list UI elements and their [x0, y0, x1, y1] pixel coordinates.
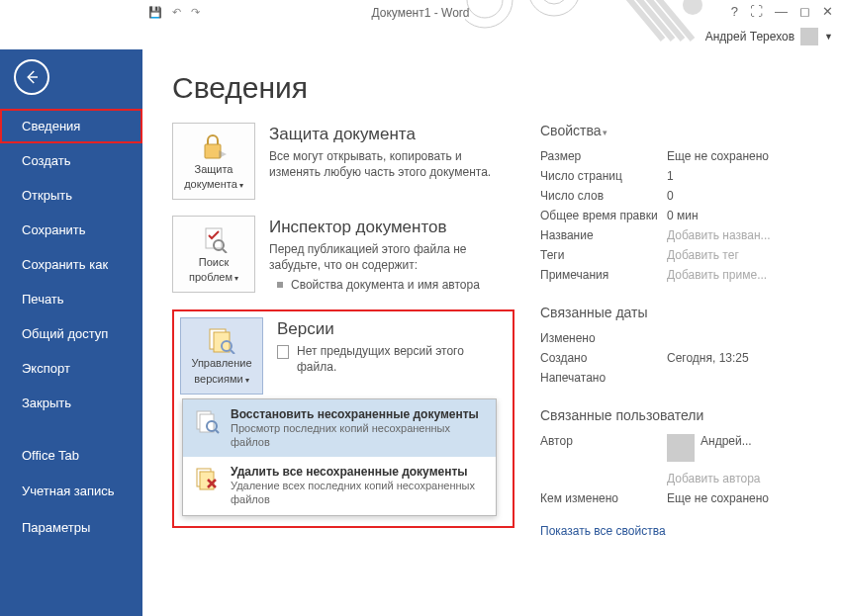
protect-heading: Защита документа — [269, 125, 514, 144]
sidebar-item-3[interactable]: Сохранить — [0, 213, 142, 247]
back-arrow-icon — [23, 68, 41, 86]
restore-doc-icon — [193, 407, 221, 435]
user-name: Андрей Терехов — [705, 30, 794, 44]
qa-redo-icon[interactable]: ↷ — [191, 6, 200, 19]
chevron-down-icon: ▾ — [239, 181, 243, 190]
prop-title-label: Название — [540, 228, 667, 242]
prop-edittime-value: 0 мин — [667, 209, 699, 222]
sidebar-item-1[interactable]: Создать — [0, 143, 142, 178]
svg-point-0 — [465, 0, 513, 28]
decorative-pattern — [465, 0, 722, 49]
prop-modified-label: Изменено — [540, 331, 667, 345]
prop-notes-value[interactable]: Добавить приме... — [667, 268, 767, 282]
show-all-properties-link[interactable]: Показать все свойства — [540, 524, 797, 538]
help-icon[interactable]: ? — [731, 4, 738, 19]
sidebar-item-4[interactable]: Сохранить как — [0, 247, 142, 282]
user-account[interactable]: Андрей Терехов ▼ — [705, 28, 833, 45]
svg-point-4 — [683, 0, 702, 15]
versions-text: Нет предыдущих версий этого файла. — [277, 343, 507, 375]
prop-created-value: Сегодня, 13:25 — [667, 351, 749, 365]
sidebar-bottom-item-2[interactable]: Параметры — [0, 510, 142, 546]
sidebar-bottom-item-1[interactable]: Учетная запись — [0, 474, 142, 509]
inspect-icon — [197, 224, 231, 254]
inspect-text: Перед публикацией этого файла не забудьт… — [269, 241, 514, 294]
prop-notes-label: Примечания — [540, 268, 667, 282]
properties-dropdown[interactable]: Свойства▾ — [540, 123, 797, 138]
prop-title-value[interactable]: Добавить назван... — [667, 228, 771, 242]
avatar — [667, 434, 695, 462]
section-inspect: Поиск проблем▾ Инспектор документов Пере… — [172, 216, 514, 294]
sidebar-item-8[interactable]: Закрыть — [0, 386, 142, 420]
prop-modby-value: Еще не сохранено — [667, 491, 769, 505]
prop-pages-value: 1 — [667, 169, 674, 183]
prop-modby-label: Кем изменено — [540, 491, 667, 505]
protect-text: Все могут открывать, копировать и изменя… — [269, 148, 514, 180]
svg-point-2 — [528, 0, 580, 16]
bullet-icon — [277, 282, 283, 288]
related-dates-heading: Связанные даты — [540, 305, 797, 320]
chevron-down-icon: ▾ — [234, 274, 238, 283]
svg-point-1 — [467, 0, 503, 18]
maximize-icon[interactable]: ◻ — [799, 4, 810, 19]
prop-created-label: Создано — [540, 351, 667, 365]
section-protect: Защита документа▾ Защита документа Все м… — [172, 123, 514, 200]
qa-undo-icon[interactable]: ↶ — [172, 6, 181, 19]
inspect-heading: Инспектор документов — [269, 218, 514, 237]
document-icon — [277, 345, 289, 359]
prop-tags-value[interactable]: Добавить тег — [667, 248, 739, 262]
sidebar-item-6[interactable]: Общий доступ — [0, 316, 142, 351]
window-title: Документ1 - Word — [371, 6, 469, 20]
minimize-icon[interactable]: — — [775, 4, 788, 19]
author-entry[interactable]: Андрей... — [667, 434, 761, 462]
versions-icon — [205, 325, 238, 355]
prop-tags-label: Теги — [540, 248, 667, 262]
chevron-down-icon: ▾ — [245, 376, 249, 385]
svg-rect-5 — [205, 144, 221, 158]
prop-size-value: Еще не сохранено — [667, 149, 769, 163]
fullscreen-icon[interactable]: ⛶ — [750, 4, 763, 19]
chevron-down-icon: ▾ — [603, 128, 607, 137]
prop-words-label: Число слов — [540, 189, 667, 203]
svg-point-3 — [540, 0, 568, 4]
restore-unsaved-item[interactable]: Восстановить несохраненные документы Про… — [183, 399, 496, 458]
prop-words-value: 0 — [667, 189, 674, 203]
prop-printed-label: Напечатано — [540, 371, 667, 385]
manage-versions-button[interactable]: Управление версиями▾ — [180, 317, 263, 395]
sidebar-item-5[interactable]: Печать — [0, 282, 142, 316]
check-issues-button[interactable]: Поиск проблем▾ — [172, 216, 255, 293]
sidebar-item-0[interactable]: Сведения — [0, 109, 142, 143]
protect-document-button[interactable]: Защита документа▾ — [172, 123, 255, 200]
sidebar-item-7[interactable]: Экспорт — [0, 351, 142, 386]
prop-edittime-label: Общее время правки — [540, 209, 667, 222]
sidebar-bottom-item-0[interactable]: Office Tab — [0, 438, 142, 474]
section-versions-highlight: Управление версиями▾ Версии Нет предыдущ… — [172, 309, 514, 528]
delete-doc-icon — [193, 465, 221, 492]
versions-heading: Версии — [277, 319, 507, 339]
qa-save-icon[interactable]: 💾 — [148, 6, 162, 19]
lock-icon — [197, 132, 231, 161]
back-button[interactable] — [14, 59, 49, 95]
delete-unsaved-item[interactable]: Удалить все несохраненные документы Удал… — [183, 457, 496, 515]
prop-author-label: Автор — [540, 434, 667, 448]
page-title: Сведения — [172, 71, 841, 105]
prop-pages-label: Число страниц — [540, 169, 667, 183]
related-people-heading: Связанные пользователи — [540, 407, 797, 423]
backstage-sidebar: СведенияСоздатьОткрытьСохранитьСохранить… — [0, 49, 142, 616]
add-author[interactable]: Добавить автора — [667, 472, 761, 485]
close-icon[interactable]: ✕ — [822, 4, 833, 19]
svg-rect-15 — [200, 472, 214, 489]
versions-dropdown-menu: Восстановить несохраненные документы Про… — [182, 398, 497, 516]
sidebar-item-2[interactable]: Открыть — [0, 178, 142, 213]
prop-size-label: Размер — [540, 149, 667, 163]
avatar — [800, 28, 818, 45]
user-dropdown-icon: ▼ — [824, 32, 833, 42]
